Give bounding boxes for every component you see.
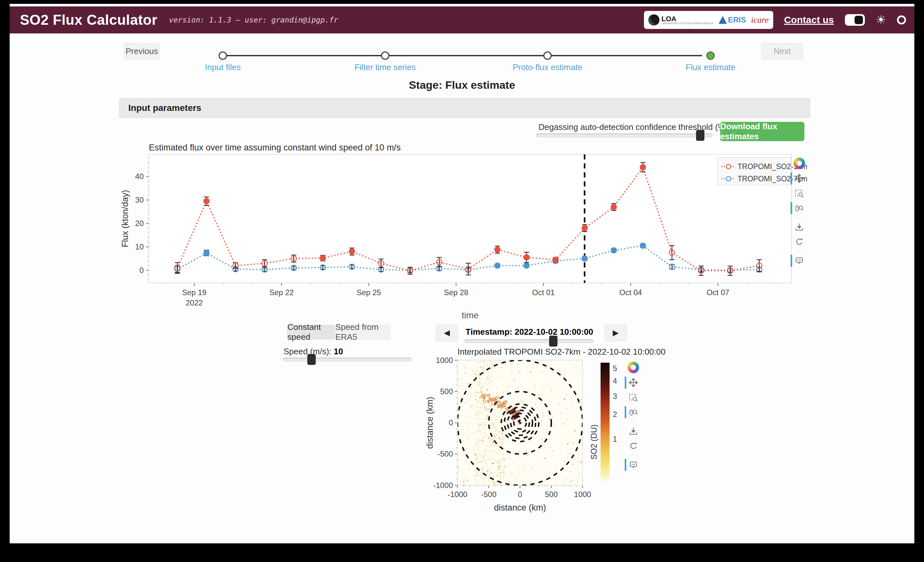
data-point <box>553 257 558 262</box>
data-point <box>349 249 355 254</box>
stage-heading: Stage: Flux estimate <box>10 79 914 91</box>
data-point <box>320 255 326 261</box>
box-zoom-tool-icon[interactable] <box>794 188 805 199</box>
flux-chart-toolbar <box>794 157 805 266</box>
timestamp-next-button[interactable]: ▶ <box>604 324 627 342</box>
data-point <box>611 204 616 210</box>
bokeh-logo-icon[interactable] <box>794 157 805 169</box>
so2-map-chart[interactable]: Interpolated TROPOMI SO2-7km - 2022-10-0… <box>424 346 685 526</box>
step-label-2[interactable]: Filter time series <box>355 62 416 72</box>
so2-colorbar <box>601 363 610 481</box>
reset-tool-icon[interactable] <box>794 236 805 247</box>
svg-text:10: 10 <box>135 243 144 251</box>
hover-tool-icon[interactable] <box>794 255 805 266</box>
wheel-zoom-tool-icon[interactable] <box>628 407 639 418</box>
timestamp-prev-button[interactable]: ◀ <box>436 324 458 342</box>
svg-text:2: 2 <box>613 410 617 419</box>
speed-slider[interactable] <box>283 358 411 361</box>
step-label-4[interactable]: Flux estimate <box>686 62 736 72</box>
step-label-1[interactable]: Input files <box>205 62 240 72</box>
previous-button[interactable]: Previous <box>124 43 160 60</box>
pan-tool-icon[interactable] <box>628 377 639 388</box>
threshold-slider-handle[interactable] <box>696 130 704 141</box>
data-point <box>524 263 529 268</box>
svg-text:Oct 04: Oct 04 <box>619 288 642 297</box>
speed-from-era5-tab[interactable]: Speed from ERA5 <box>335 325 390 340</box>
bokeh-logo-icon[interactable] <box>628 362 639 373</box>
data-point <box>204 198 209 204</box>
constant-speed-tab[interactable]: Constant speed <box>287 325 334 340</box>
map-y-axis-label: distance (km) <box>425 397 435 449</box>
flux-x-axis-label: time <box>462 310 479 320</box>
step-circle-1[interactable] <box>219 51 227 60</box>
map-chart-title: Interpolated TROPOMI SO2-7km - 2022-10-0… <box>458 347 666 357</box>
svg-text:0: 0 <box>140 266 144 274</box>
svg-text:Sep 25: Sep 25 <box>357 288 381 297</box>
svg-text:-500: -500 <box>481 490 496 499</box>
icare-logo-text: icare <box>751 15 768 25</box>
svg-text:0: 0 <box>449 418 453 427</box>
stepper-line <box>223 55 702 56</box>
loa-logo-subtext: LABORATOIRE D'OPTIQUE ATMOSPHERIQUE <box>662 22 713 24</box>
step-circle-2[interactable] <box>381 51 389 60</box>
step-circle-4[interactable] <box>706 51 715 60</box>
toolbar-separator <box>795 217 803 218</box>
save-tool-icon[interactable] <box>794 222 805 232</box>
svg-text:3: 3 <box>613 392 617 401</box>
svg-text:1: 1 <box>613 435 617 444</box>
toolbar-separator <box>795 251 803 252</box>
svg-text:5: 5 <box>613 364 617 373</box>
svg-text:30: 30 <box>135 195 144 204</box>
threshold-slider[interactable] <box>536 133 712 137</box>
svg-text:-1000: -1000 <box>447 490 467 499</box>
speed-slider-handle[interactable] <box>308 354 316 365</box>
svg-text:0: 0 <box>518 490 522 499</box>
svg-text:500: 500 <box>440 387 453 396</box>
map-x-axis-label: distance (km) <box>494 503 546 513</box>
flux-time-series-chart[interactable]: Estimated flux over time assuming consta… <box>119 142 817 325</box>
aeris-logo-text: ERIS <box>728 15 746 24</box>
theme-toggle-knob <box>855 16 863 24</box>
timestamp-label: Timestamp: 2022-10-02 10:00:00 <box>465 327 593 337</box>
theme-toggle[interactable] <box>845 14 865 26</box>
svg-text:4: 4 <box>613 376 617 385</box>
download-flux-estimates-button[interactable]: Download flux estimates <box>720 122 804 141</box>
svg-text:-1000: -1000 <box>434 481 453 490</box>
flux-chart-title: Estimated flux over time assuming consta… <box>149 143 400 152</box>
next-button[interactable]: Next <box>761 43 803 60</box>
app-title: SO2 Flux Calculator <box>20 12 158 28</box>
aeris-logo: ERIS <box>718 15 746 24</box>
input-parameters-panel-header[interactable]: Input parameters <box>119 98 810 118</box>
threshold-label: Degassing auto-detection confidence thre… <box>538 122 742 132</box>
data-point <box>524 255 529 260</box>
speed-value: 10 <box>334 346 343 356</box>
step-circle-3[interactable] <box>543 51 552 60</box>
save-tool-icon[interactable] <box>628 426 639 437</box>
data-point <box>495 247 500 252</box>
partner-logos: LOA LABORATOIRE D'OPTIQUE ATMOSPHERIQUE … <box>644 11 773 29</box>
version-user-text: version: 1.1.3 — user: grandin@ipgp.fr <box>169 16 338 24</box>
pan-tool-icon[interactable] <box>794 173 805 184</box>
busy-indicator-icon <box>897 15 906 24</box>
timestamp-slider-handle[interactable] <box>549 336 558 346</box>
step-label-3[interactable]: Proto-flux estimate <box>513 62 583 72</box>
data-point <box>582 256 587 261</box>
icare-logo: icare <box>751 15 768 25</box>
svg-text:40: 40 <box>135 172 144 181</box>
wheel-zoom-tool-icon[interactable] <box>794 202 805 213</box>
reset-tool-icon[interactable] <box>628 441 639 451</box>
svg-text:1000: 1000 <box>436 356 453 364</box>
svg-text:20: 20 <box>135 219 144 228</box>
hover-tool-icon[interactable] <box>628 459 639 471</box>
svg-text:500: 500 <box>545 490 558 499</box>
map-chart-toolbar <box>628 362 639 471</box>
aeris-triangle-icon <box>718 16 727 24</box>
svg-text:Sep 22: Sep 22 <box>269 288 294 297</box>
box-zoom-tool-icon[interactable] <box>628 392 639 403</box>
svg-text:Oct 01: Oct 01 <box>532 288 555 297</box>
light-mode-sun-icon[interactable]: ☀ <box>876 14 886 26</box>
contact-us-link[interactable]: Contact us <box>784 15 834 25</box>
timestamp-slider[interactable] <box>465 339 593 343</box>
app-header: SO2 Flux Calculator version: 1.1.3 — use… <box>10 6 914 33</box>
svg-text:2022: 2022 <box>186 298 202 307</box>
